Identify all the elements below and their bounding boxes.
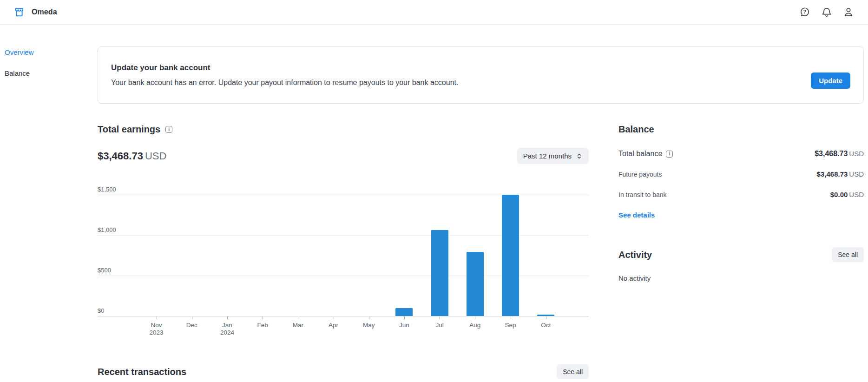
earnings-amount: $3,468.73USD <box>98 150 166 162</box>
x-axis-label: Jun <box>399 322 409 329</box>
earnings-amount-value: $3,468.73 <box>98 150 143 162</box>
top-bar-actions: ? <box>799 7 854 18</box>
in-transit-amount: $0.00 <box>830 191 848 198</box>
x-axis-label: Jan2024 <box>220 322 234 336</box>
y-axis-label: $0 <box>98 307 104 314</box>
x-axis-label: May <box>363 322 375 329</box>
x-axis-tick <box>227 316 228 319</box>
x-axis-label: Aug <box>469 322 480 329</box>
info-icon[interactable]: i <box>165 126 172 133</box>
gridline-0 <box>98 316 589 316</box>
activity-see-all-button[interactable]: See all <box>832 247 864 262</box>
transactions-see-all-button[interactable]: See all <box>557 364 589 379</box>
recent-transactions-title: Recent transactions <box>98 367 186 377</box>
bar-aug <box>467 252 484 316</box>
x-axis-tick <box>440 316 440 319</box>
balance-row-total: Total balance i $3,468.73USD <box>618 150 864 158</box>
date-range-select[interactable]: Past 12 months <box>517 148 589 164</box>
help-icon[interactable]: ? <box>799 7 810 18</box>
x-axis-tick <box>475 316 475 319</box>
earnings-bar-chart: $0$500$1,000$1,500Nov2023DecJan2024FebMa… <box>98 185 589 339</box>
activity-empty-text: No activity <box>618 274 864 282</box>
sidebar-item-balance[interactable]: Balance <box>5 69 98 77</box>
x-axis-label: Sep <box>505 322 516 329</box>
activity-section: Activity See all <box>618 247 864 262</box>
balance-row-value: $3,468.73USD <box>817 170 864 178</box>
total-balance-label: Total balance <box>618 150 662 158</box>
bell-icon[interactable] <box>821 7 832 18</box>
update-button[interactable]: Update <box>811 72 850 89</box>
x-axis-tick <box>192 316 192 319</box>
banner-description: Your bank account has an error. Update y… <box>111 78 458 88</box>
earnings-title: Total earnings <box>98 124 160 135</box>
x-axis-label: Feb <box>257 322 268 329</box>
y-axis-label: $500 <box>98 267 111 274</box>
svg-text:?: ? <box>803 9 806 14</box>
sidebar: Overview Balance <box>0 25 98 90</box>
bar-sep <box>502 195 519 316</box>
in-transit-currency: USD <box>849 191 864 198</box>
brand-name: Omeda <box>32 8 57 16</box>
bar-jul <box>431 230 448 316</box>
earnings-currency: USD <box>145 150 166 162</box>
see-details-link[interactable]: See details <box>618 211 655 219</box>
in-transit-label: In transit to bank <box>618 191 667 198</box>
future-payouts-amount: $3,468.73 <box>817 170 848 178</box>
brand[interactable]: Omeda <box>14 7 57 18</box>
x-axis-label: Nov2023 <box>149 322 163 336</box>
user-icon[interactable] <box>843 7 854 18</box>
activity-title: Activity <box>618 250 652 260</box>
balance-row-value: $3,468.73USD <box>815 150 864 158</box>
x-axis-tick <box>263 316 263 319</box>
total-balance-currency: USD <box>849 150 864 158</box>
balance-title: Balance <box>618 124 864 135</box>
bank-alert-banner: Update your bank account Your bank accou… <box>98 46 864 104</box>
banner-text: Update your bank account Your bank accou… <box>111 62 458 88</box>
y-axis-label: $1,500 <box>98 186 116 193</box>
x-axis-label: Jul <box>435 322 443 329</box>
recent-transactions-section: Recent transactions See all <box>98 364 589 379</box>
x-axis-tick <box>511 316 511 319</box>
date-range-label: Past 12 months <box>523 152 572 160</box>
sidebar-item-overview[interactable]: Overview <box>5 48 98 56</box>
x-axis-tick <box>157 316 157 319</box>
y-axis-label: $1,000 <box>98 226 116 233</box>
balance-row-value: $0.00USD <box>830 191 864 199</box>
x-axis-label: Oct <box>541 322 551 329</box>
earnings-section: Total earnings i $3,468.73USD Past 12 mo… <box>98 124 589 339</box>
main-content: Update your bank account Your bank accou… <box>98 25 868 379</box>
banner-title: Update your bank account <box>111 62 458 73</box>
x-axis-label: Dec <box>186 322 197 329</box>
bar-jun <box>395 308 413 316</box>
storefront-icon <box>14 7 25 18</box>
x-axis-tick <box>298 316 298 319</box>
future-payouts-currency: USD <box>849 170 864 178</box>
balance-section: Balance Total balance i $3,468.73USD Fut… <box>618 124 864 339</box>
balance-row-in-transit: In transit to bank $0.00USD <box>618 191 864 199</box>
top-bar: Omeda ? <box>0 0 868 25</box>
x-axis-tick <box>334 316 334 319</box>
x-axis-tick <box>546 316 546 319</box>
balance-row-label: Total balance i <box>618 150 673 158</box>
total-balance-amount: $3,468.73 <box>815 150 848 158</box>
info-icon[interactable]: i <box>666 151 673 158</box>
balance-row-future-payouts: Future payouts $3,468.73USD <box>618 170 864 178</box>
chevron-up-down-icon <box>576 153 582 159</box>
x-axis-tick <box>404 316 405 319</box>
x-axis-label: Apr <box>329 322 338 329</box>
bar-oct <box>537 315 554 316</box>
future-payouts-label: Future payouts <box>618 171 662 178</box>
x-axis-tick <box>369 316 369 319</box>
x-axis-label: Mar <box>293 322 303 329</box>
